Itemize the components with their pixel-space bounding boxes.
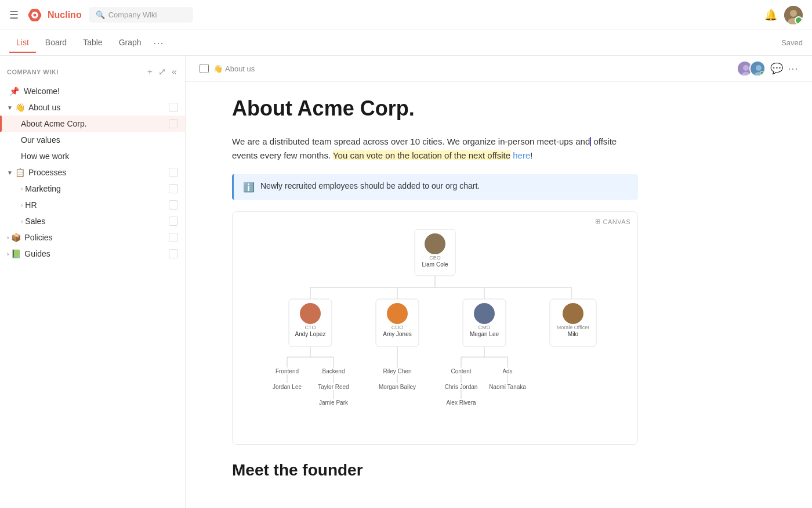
guides-chevron-icon: › [7, 251, 9, 257]
canvas-icon: ⊞ [595, 218, 601, 225]
svg-point-5 [790, 10, 797, 17]
tab-graph[interactable]: Graph [112, 33, 148, 53]
doc-body-text-highlighted: You can vote on the location of the next… [333, 150, 510, 160]
tab-list[interactable]: List [9, 33, 36, 53]
tab-bar: List Board Table Graph ⋯ Saved [0, 30, 812, 56]
sidebar-group-policies-checkbox[interactable] [169, 233, 178, 242]
svg-text:Andy Lopez: Andy Lopez [295, 331, 326, 337]
policies-chevron-icon: › [7, 235, 9, 241]
sidebar-item-sales[interactable]: › Sales [0, 213, 185, 229]
sidebar-item-marketing-checkbox[interactable] [169, 184, 178, 193]
comment-icon[interactable]: 💬 [770, 62, 783, 75]
sidebar-group-policies-label: Policies [24, 233, 169, 242]
svg-point-24 [300, 303, 321, 324]
pin-icon: 📌 [9, 87, 19, 96]
info-box: ℹ️ Newly recruited employees should be a… [232, 174, 638, 200]
doc-body-link[interactable]: here [513, 150, 530, 160]
sidebar-expand-button[interactable]: ⤢ [157, 65, 167, 78]
svg-text:Backend: Backend [322, 368, 345, 374]
svg-text:Riley Chen: Riley Chen [383, 368, 412, 374]
saved-label: Saved [781, 38, 803, 47]
sidebar-group-guides-label: Guides [24, 249, 169, 258]
svg-text:COO: COO [392, 325, 404, 330]
doc-title: About Acme Corp. [232, 96, 638, 121]
nuclino-logo-icon [26, 6, 44, 24]
sidebar-item-about-acme-checkbox[interactable] [169, 119, 178, 128]
svg-point-36 [563, 303, 583, 324]
breadcrumb-checkbox[interactable] [200, 64, 209, 73]
svg-text:Liam Cole: Liam Cole [422, 261, 448, 268]
top-nav-right: 🔔 [764, 6, 803, 24]
svg-point-3 [34, 13, 37, 16]
sidebar-item-label: Welcome! [24, 87, 178, 96]
sidebar: COMPANY WIKI + ⤢ « 📌 Welcome! ▼ 👋 About … [0, 56, 186, 508]
svg-text:CEO: CEO [429, 255, 441, 261]
sidebar-section-title: COMPANY WIKI [7, 69, 59, 75]
svg-text:CMO: CMO [478, 325, 491, 330]
sidebar-item-how-we-work[interactable]: How we work [0, 148, 185, 164]
svg-text:CTO: CTO [305, 325, 316, 330]
collaborator-avatar-2[interactable] [749, 60, 766, 77]
svg-text:Morale Officer: Morale Officer [557, 325, 589, 330]
svg-text:Jordan Lee: Jordan Lee [273, 384, 302, 390]
sales-chevron-icon: › [21, 218, 23, 225]
svg-point-14 [425, 233, 445, 254]
sidebar-group-about-us-label: About us [28, 103, 169, 112]
sidebar-group-about-us[interactable]: ▼ 👋 About us [0, 99, 185, 116]
svg-text:Ads: Ads [502, 368, 512, 374]
hr-chevron-icon: › [21, 202, 23, 208]
svg-text:Milo: Milo [568, 331, 579, 337]
org-chart-svg: CEO Liam Cole CT [244, 224, 626, 433]
doc-content: About Acme Corp. We are a distributed te… [186, 82, 684, 503]
breadcrumb: 👋 About us [213, 64, 255, 73]
svg-text:Megan Lee: Megan Lee [470, 331, 499, 337]
sidebar-item-hr-label: HR [25, 200, 169, 210]
hamburger-icon[interactable]: ☰ [9, 9, 19, 21]
sidebar-add-button[interactable]: + [146, 65, 154, 78]
svg-text:Taylor Reed: Taylor Reed [318, 384, 349, 390]
sidebar-item-our-values-label: Our values [21, 135, 178, 145]
breadcrumb-label[interactable]: About us [225, 64, 255, 73]
guides-emoji: 📗 [11, 249, 21, 258]
search-icon: 🔍 [96, 10, 105, 19]
bell-icon[interactable]: 🔔 [764, 9, 777, 21]
more-options-icon[interactable]: ⋯ [788, 62, 798, 75]
marketing-chevron-icon: › [21, 186, 23, 192]
sidebar-item-sales-checkbox[interactable] [169, 217, 178, 226]
svg-text:Content: Content [451, 368, 471, 374]
user-avatar[interactable] [784, 6, 803, 24]
svg-text:Frontend: Frontend [276, 368, 299, 374]
canvas-label: ⊞ CANVAS [595, 218, 630, 225]
sidebar-group-about-us-checkbox[interactable] [169, 103, 178, 112]
svg-text:Chris Jordan: Chris Jordan [445, 384, 478, 390]
sidebar-item-marketing[interactable]: › Marketing [0, 181, 185, 197]
search-bar[interactable]: 🔍 Company Wiki [89, 7, 193, 23]
tab-board[interactable]: Board [38, 33, 74, 53]
logo[interactable]: Nuclino [26, 6, 82, 24]
tab-table[interactable]: Table [76, 33, 109, 53]
breadcrumb-emoji: 👋 [213, 64, 223, 73]
svg-point-11 [756, 65, 762, 71]
sidebar-item-our-values[interactable]: Our values [0, 132, 185, 148]
sidebar-collapse-button[interactable]: « [171, 65, 178, 78]
sidebar-item-hr-checkbox[interactable] [169, 200, 178, 210]
sidebar-item-about-acme[interactable]: About Acme Corp. [0, 116, 185, 132]
sidebar-item-welcome[interactable]: 📌 Welcome! [0, 83, 185, 99]
search-placeholder: Company Wiki [108, 10, 157, 19]
sidebar-group-policies[interactable]: › 📦 Policies [0, 229, 185, 246]
info-icon: ℹ️ [243, 182, 255, 193]
policies-emoji: 📦 [11, 233, 21, 242]
tab-more-icon[interactable]: ⋯ [153, 38, 164, 48]
svg-text:Alex Rivera: Alex Rivera [446, 399, 476, 406]
svg-point-32 [474, 303, 495, 324]
sidebar-group-processes[interactable]: ▼ 📋 Processes [0, 164, 185, 181]
sidebar-group-processes-checkbox[interactable] [169, 168, 178, 177]
sidebar-group-guides-checkbox[interactable] [169, 249, 178, 258]
sidebar-item-hr[interactable]: › HR [0, 197, 185, 213]
content-top-actions: 💬 ⋯ [737, 60, 798, 77]
processes-chevron-down-icon: ▼ [7, 170, 13, 176]
sidebar-header: COMPANY WIKI + ⤢ « [0, 60, 185, 83]
sidebar-group-guides[interactable]: › 📗 Guides [0, 246, 185, 262]
about-us-emoji: 👋 [15, 103, 25, 112]
content-area: 👋 About us 💬 ⋯ About Acme Corp [186, 56, 812, 508]
